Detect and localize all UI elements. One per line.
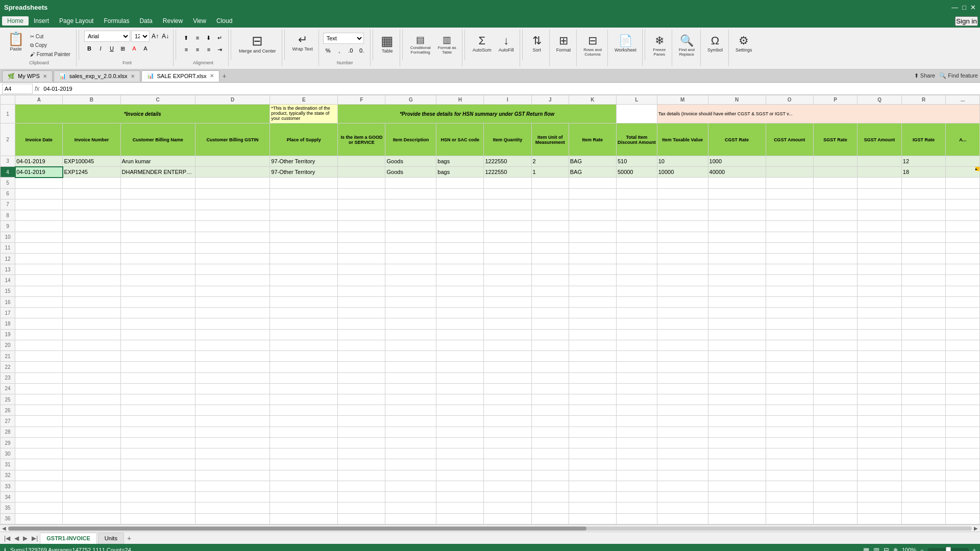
col-header-B[interactable]: B bbox=[63, 95, 120, 105]
increase-font-icon[interactable]: A↑ bbox=[151, 33, 160, 40]
cell-4Q[interactable] bbox=[857, 167, 902, 178]
invoice-details-header[interactable]: *Invoice details bbox=[15, 105, 270, 123]
font-color-button[interactable]: A bbox=[140, 43, 151, 54]
menu-data[interactable]: Data bbox=[134, 16, 157, 26]
normal-view-icon[interactable]: ▦ bbox=[863, 546, 869, 552]
fill-color-button[interactable]: A bbox=[129, 43, 139, 54]
minimize-icon[interactable]: — bbox=[951, 4, 958, 11]
menu-formulas[interactable]: Formulas bbox=[99, 16, 134, 26]
cell-4F[interactable] bbox=[338, 167, 385, 178]
add-sheet-button[interactable]: + bbox=[125, 534, 133, 542]
col-header-E[interactable]: E bbox=[270, 95, 338, 105]
cell-3J[interactable]: 2 bbox=[531, 156, 569, 166]
number-format-select[interactable]: Text General Number bbox=[323, 33, 364, 44]
sheet-nav-first[interactable]: |◀ bbox=[2, 535, 12, 542]
cell-3I[interactable]: 1222550 bbox=[484, 156, 531, 166]
col-igst-rate[interactable]: IGST Rate bbox=[901, 123, 946, 156]
menu-page-layout[interactable]: Page Layout bbox=[54, 16, 99, 26]
col-total-discount[interactable]: Total Item Discount Amount bbox=[616, 123, 657, 156]
border-button[interactable]: ⊞ bbox=[118, 43, 128, 54]
table-button[interactable]: ▦ Table bbox=[378, 33, 397, 55]
cell-4I[interactable]: 1222550 bbox=[484, 167, 531, 178]
col-header-R[interactable]: R bbox=[901, 95, 946, 105]
cell-3F[interactable] bbox=[338, 156, 385, 166]
col-header-I[interactable]: I bbox=[484, 95, 531, 105]
cell-1L[interactable] bbox=[616, 105, 657, 123]
cell-3O[interactable] bbox=[766, 156, 813, 166]
col-hsn-sac[interactable]: HSN or SAC code bbox=[436, 123, 484, 156]
col-header-C[interactable]: C bbox=[120, 95, 195, 105]
format-button[interactable]: ⊞ Format bbox=[554, 33, 574, 54]
row-header-4[interactable]: 4 bbox=[1, 167, 15, 178]
row-header-6[interactable]: 6 bbox=[1, 188, 15, 199]
add-tab-button[interactable]: + bbox=[220, 72, 229, 80]
cell-3M[interactable]: 10 bbox=[657, 156, 708, 166]
cell-4H[interactable]: bags bbox=[436, 167, 484, 178]
increase-decimal[interactable]: .0 bbox=[346, 45, 356, 56]
cell-4K[interactable]: BAG bbox=[569, 167, 616, 178]
col-header-N[interactable]: N bbox=[708, 95, 766, 105]
italic-button[interactable]: I bbox=[95, 43, 106, 54]
symbol-button[interactable]: Ω Symbol bbox=[705, 33, 725, 54]
file-tab-sale-export[interactable]: 📊 SALE EXPORT.xlsx ✕ bbox=[141, 70, 219, 82]
indent-button[interactable]: ⇥ bbox=[215, 44, 225, 55]
cell-3P[interactable] bbox=[813, 156, 857, 166]
align-right-button[interactable]: ≡ bbox=[204, 44, 214, 55]
cell-3K[interactable]: BAG bbox=[569, 156, 616, 166]
conditional-formatting-button[interactable]: ▤ ConditionalFormatting bbox=[408, 33, 433, 56]
sheet-nav-last[interactable]: ▶| bbox=[30, 535, 40, 542]
cell-3N[interactable]: 1000 bbox=[708, 156, 766, 166]
merge-center-button[interactable]: ⊟ Merge and Center bbox=[236, 33, 279, 55]
close-mywps[interactable]: ✕ bbox=[43, 73, 47, 79]
page-layout-icon[interactable]: ▥ bbox=[873, 546, 879, 552]
bold-button[interactable]: B bbox=[84, 43, 94, 54]
cell-4C[interactable]: DHARMENDER ENTERPRISES bbox=[120, 167, 195, 178]
col-invoice-date[interactable]: Invoice Date bbox=[15, 123, 63, 156]
worksheet-button[interactable]: 📄 Worksheet bbox=[612, 33, 639, 54]
underline-button[interactable]: U bbox=[107, 43, 117, 54]
cell-4S[interactable]: ▸ bbox=[946, 167, 980, 178]
decrease-font-icon[interactable]: A↓ bbox=[161, 33, 170, 40]
col-sgst-amount[interactable]: SGST Amount bbox=[857, 123, 902, 156]
cell-4E[interactable]: 97-Other Territory bbox=[270, 167, 338, 178]
sheet-nav-prev[interactable]: ◀ bbox=[12, 535, 21, 542]
cell-4O[interactable] bbox=[766, 167, 813, 178]
col-header-more[interactable]: ... bbox=[946, 95, 980, 105]
col-item-uom[interactable]: Item Unit of Measurement bbox=[531, 123, 569, 156]
col-header-A[interactable]: A bbox=[15, 95, 63, 105]
row-header-2[interactable]: 2 bbox=[1, 123, 15, 156]
row-header-1[interactable]: 1 bbox=[1, 105, 15, 123]
align-left-button[interactable]: ≡ bbox=[181, 44, 191, 55]
freeze-icon-status[interactable]: ❄ bbox=[893, 547, 898, 552]
decrease-decimal[interactable]: 0. bbox=[357, 45, 367, 56]
formula-input[interactable] bbox=[41, 84, 978, 94]
zoom-out-icon[interactable]: − bbox=[920, 547, 923, 551]
col-header-O[interactable]: O bbox=[766, 95, 813, 105]
file-tab-mywps[interactable]: 🌿 My WPS ✕ bbox=[2, 70, 53, 82]
page-break-icon[interactable]: ⊟ bbox=[884, 546, 889, 552]
sheet-nav-next[interactable]: ▶ bbox=[21, 535, 30, 542]
font-size-select[interactable]: 12 bbox=[131, 31, 150, 42]
font-family-select[interactable]: Arial bbox=[84, 31, 130, 42]
cell-5A[interactable] bbox=[15, 178, 63, 188]
cell-4P[interactable] bbox=[813, 167, 857, 178]
cell-4A[interactable]: 04-01-2019 bbox=[15, 167, 63, 178]
align-top-button[interactable]: ⬆ bbox=[181, 33, 191, 43]
freeze-panes-button[interactable]: ❄ FreezePanes bbox=[650, 33, 669, 58]
col-cgst-rate[interactable]: CGST Rate bbox=[708, 123, 766, 156]
cell-3C[interactable]: Arun kumar bbox=[120, 156, 195, 166]
find-feature-button[interactable]: 🔍 Find feature bbox=[939, 72, 978, 79]
col-place-of-supply[interactable]: Place of Supply bbox=[270, 123, 338, 156]
sort-button[interactable]: ⇅ Sort bbox=[528, 33, 546, 54]
col-more[interactable]: A... bbox=[946, 123, 980, 156]
menu-review[interactable]: Review bbox=[158, 16, 188, 26]
col-header-P[interactable]: P bbox=[813, 95, 857, 105]
restore-icon[interactable]: □ bbox=[962, 4, 966, 11]
file-tab-sales-exp[interactable]: 📊 sales_exp_v_2.0.0.xlsx ✕ bbox=[54, 70, 140, 82]
find-replace-button[interactable]: 🔍 Find andReplace bbox=[676, 33, 697, 58]
format-painter-button[interactable]: 🖌 Format Painter bbox=[28, 51, 73, 58]
cell-3D[interactable] bbox=[195, 156, 270, 166]
cell-3E[interactable]: 97-Other Territory bbox=[270, 156, 338, 166]
cell-4J[interactable]: 1 bbox=[531, 167, 569, 178]
cell-4B[interactable]: EXP1245 bbox=[63, 167, 120, 178]
